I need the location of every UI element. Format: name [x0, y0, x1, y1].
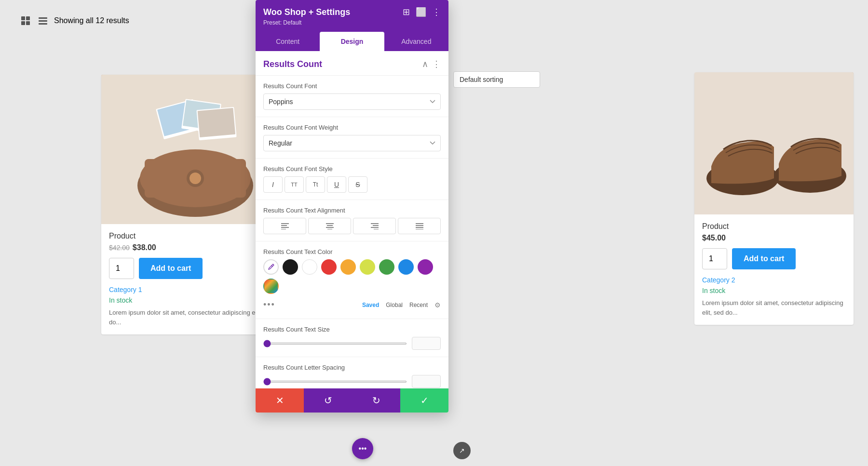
category-link-left[interactable]: Category 1 — [109, 286, 277, 293]
expand-button[interactable]: ↗ — [453, 442, 471, 459]
add-to-cart-row-left: Add to cart — [109, 258, 277, 279]
underline-button[interactable]: U — [327, 176, 346, 193]
cancel-button[interactable]: ✕ — [256, 388, 304, 413]
align-justify-button[interactable] — [398, 218, 441, 234]
in-stock-left: In stock — [109, 296, 277, 304]
font-weight-field-group: Results Count Font Weight Regular — [256, 117, 448, 159]
product-desc-right: Lorem ipsum dolor sit amet, consectetur … — [702, 298, 846, 317]
color-settings-button[interactable]: ⚙ — [434, 301, 441, 309]
allcaps-button[interactable]: TT — [285, 176, 304, 193]
font-weight-select[interactable]: Regular — [263, 135, 441, 151]
letter-spacing-value[interactable]: 0px — [412, 375, 441, 388]
text-alignment-label: Results Count Text Alignment — [263, 207, 441, 214]
color-swatch-gradient[interactable] — [263, 279, 279, 294]
text-size-slider[interactable] — [263, 343, 407, 345]
letter-spacing-field-group: Results Count Letter Spacing 0px — [256, 357, 448, 388]
grid-view-button[interactable] — [19, 14, 32, 27]
fullscreen-button[interactable]: ⊞ — [403, 7, 410, 17]
panel-body: Results Count ∧ ⋮ Results Count Font Pop… — [256, 51, 448, 388]
text-alignment-field-group: Results Count Text Alignment — [256, 200, 448, 241]
align-justify-icon — [416, 223, 423, 229]
smallcaps-button[interactable]: Tt — [306, 176, 325, 193]
color-swatch-green[interactable] — [379, 259, 394, 275]
align-center-button[interactable] — [308, 218, 351, 234]
sort-dropdown[interactable]: Default sorting — [453, 71, 540, 88]
letter-spacing-slider[interactable] — [263, 381, 407, 383]
strikethrough-button[interactable]: S — [348, 176, 367, 193]
font-field-label: Results Count Font — [263, 82, 441, 90]
font-style-label: Results Count Font Style — [263, 165, 441, 173]
text-size-slider-row: 0px — [263, 337, 441, 350]
text-size-value[interactable]: 0px — [412, 337, 441, 350]
font-style-buttons: I TT Tt U S — [263, 176, 441, 193]
product-card-right: New! Product — [694, 72, 854, 325]
panel-tabs: Content Design Advanced — [256, 32, 448, 51]
price-old-left: $42.00 — [109, 244, 130, 252]
quantity-input-left[interactable] — [109, 258, 134, 279]
price-new-left: $38.00 — [133, 243, 156, 252]
global-colors-button[interactable]: Global — [386, 302, 403, 308]
color-swatch-orange[interactable] — [340, 259, 356, 275]
tab-design[interactable]: Design — [320, 32, 384, 51]
list-icon — [39, 17, 47, 25]
quantity-input-right[interactable] — [702, 248, 727, 269]
font-select[interactable]: Poppins — [263, 93, 441, 110]
product-name-left: Product — [109, 232, 277, 240]
add-to-cart-button-left[interactable]: Add to cart — [139, 258, 203, 279]
section-title: Results Count — [263, 59, 322, 69]
color-swatch-blue[interactable] — [398, 259, 414, 275]
svg-rect-6 — [198, 108, 236, 137]
eyedropper-swatch[interactable] — [263, 259, 279, 275]
svg-line-31 — [271, 266, 272, 266]
font-style-field-group: Results Count Font Style I TT Tt U S — [256, 159, 448, 200]
more-colors-button[interactable]: ••• — [263, 300, 275, 310]
product-name-right: Product — [702, 222, 846, 231]
text-color-field-group: Results Count Text Color ••• Save — [256, 241, 448, 319]
color-swatches — [263, 259, 441, 294]
showing-results-text: Showing all 12 results — [54, 16, 129, 25]
price-row-left: $42.00 $38.00 — [109, 243, 277, 252]
panel-preset[interactable]: Preset: Default — [263, 19, 441, 26]
align-right-button[interactable] — [353, 218, 396, 234]
align-center-icon — [326, 223, 334, 229]
panel-header-icons: ⊞ ⬜ ⋮ — [403, 7, 441, 17]
color-swatch-yellow[interactable] — [360, 259, 375, 275]
color-swatch-purple[interactable] — [418, 259, 433, 275]
align-left-button[interactable] — [263, 218, 306, 234]
panel-header: Woo Shop + Settings ⊞ ⬜ ⋮ Preset: Defaul… — [256, 0, 448, 32]
more-options-button[interactable]: ⋮ — [432, 7, 441, 17]
align-left-icon — [281, 223, 289, 229]
settings-panel: Woo Shop + Settings ⊞ ⬜ ⋮ Preset: Defaul… — [256, 0, 448, 413]
list-view-button[interactable] — [37, 15, 49, 27]
bottom-toolbar: ✕ ↺ ↻ ✓ — [256, 388, 448, 413]
saved-colors-button[interactable]: Saved — [362, 302, 379, 308]
add-to-cart-button-right[interactable]: Add to cart — [732, 248, 796, 269]
collapse-button[interactable]: ∧ — [422, 59, 428, 69]
tab-advanced[interactable]: Advanced — [384, 32, 448, 51]
text-size-label: Results Count Text Size — [263, 326, 441, 333]
floating-dots-button[interactable]: ••• — [352, 438, 373, 459]
section-header-controls: ∧ ⋮ — [422, 59, 441, 69]
color-swatch-red[interactable] — [321, 259, 337, 275]
panel-title-row: Woo Shop + Settings ⊞ ⬜ ⋮ — [263, 7, 441, 17]
product-image-right — [694, 72, 854, 214]
split-button[interactable]: ⬜ — [416, 7, 426, 17]
panel-title: Woo Shop + Settings — [263, 7, 350, 17]
in-stock-right: In stock — [702, 287, 846, 294]
category-link-right[interactable]: Category 2 — [702, 276, 846, 284]
section-menu-button[interactable]: ⋮ — [432, 59, 441, 69]
text-color-label: Results Count Text Color — [263, 248, 441, 255]
undo-button[interactable]: ↺ — [304, 388, 352, 413]
save-button[interactable]: ✓ — [400, 388, 448, 413]
redo-button[interactable]: ↻ — [352, 388, 400, 413]
recent-colors-button[interactable]: Recent — [409, 302, 428, 308]
add-to-cart-row-right: Add to cart — [702, 248, 846, 269]
product-image-area-right: New! — [694, 72, 854, 214]
price-right: $45.00 — [702, 234, 726, 242]
product-info-right: Product $45.00 Add to cart Category 2 In… — [694, 214, 854, 325]
italic-button[interactable]: I — [263, 176, 283, 193]
letter-spacing-label: Results Count Letter Spacing — [263, 364, 441, 371]
color-swatch-black[interactable] — [283, 259, 298, 275]
tab-content[interactable]: Content — [256, 32, 320, 51]
color-swatch-white[interactable] — [302, 259, 317, 275]
